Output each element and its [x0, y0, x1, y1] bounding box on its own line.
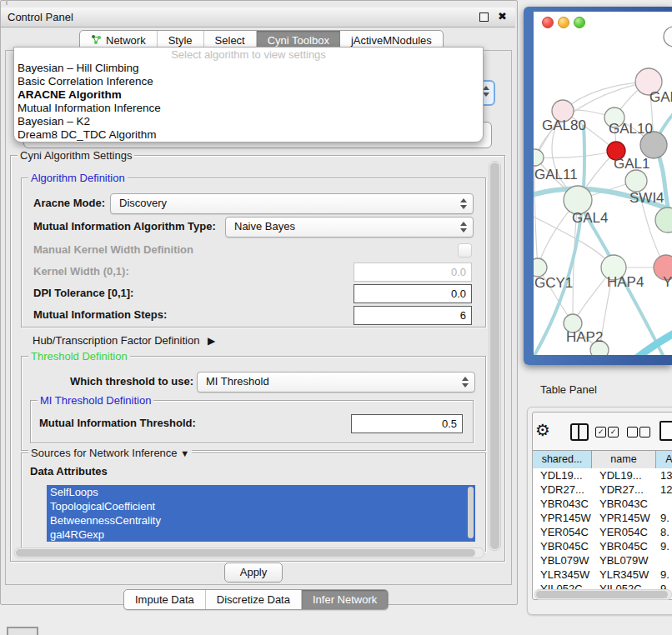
tab-label: Select — [215, 34, 245, 47]
algorithm-option[interactable]: Bayesian – Hill Climbing — [14, 62, 483, 75]
table-row[interactable]: YDR27...YDR27...12 — [533, 482, 672, 497]
which-threshold-combobox[interactable]: MI Threshold — [197, 372, 475, 392]
table-horizontal-scrollbar[interactable] — [534, 589, 672, 600]
cyni-algorithm-settings-group: Cyni Algorithm Settings Algorithm Defini… — [10, 155, 505, 562]
table-row[interactable]: YBR043CYBR043C — [533, 497, 672, 511]
control-panel-titlebar[interactable]: Control Panel ✖ — [1, 8, 515, 28]
show-columns-icon[interactable] — [570, 423, 589, 441]
tab-discretize-data[interactable]: Discretize Data — [206, 590, 302, 609]
data-attributes-list[interactable]: SelfLoopsTopologicalCoefficientBetweenne… — [47, 485, 475, 542]
network-node[interactable] — [655, 208, 672, 232]
network-view-canvas[interactable]: GALGAL80GAL10GAL1GAL11SWI4GAL4GCY1HAP4YH… — [534, 12, 672, 355]
deselect-all-checkbox-icon[interactable] — [627, 427, 638, 438]
table-body: YDL19...YDL19...13YDR27...YDR27...12YBR0… — [533, 468, 672, 589]
data-attributes-label: Data Attributes — [30, 462, 108, 481]
zoom-traffic-light[interactable] — [574, 17, 585, 28]
gear-icon[interactable]: ⚙ — [535, 420, 550, 440]
select-all-checkbox-icon[interactable]: ✓ — [595, 427, 606, 438]
network-node[interactable] — [625, 170, 647, 192]
minimized-window-icon[interactable] — [7, 627, 38, 635]
close-traffic-light[interactable] — [542, 17, 554, 28]
column-header[interactable]: A — [656, 451, 672, 469]
float-window-icon[interactable] — [479, 12, 489, 22]
algorithm-definition-title: Algorithm Definition — [28, 172, 128, 184]
table-cell: YDL19... — [592, 468, 656, 482]
manual-kernel-label: Manual Kernel Width Definition — [33, 240, 193, 259]
which-threshold-value: MI Threshold — [206, 375, 269, 388]
node-label: GAL4 — [572, 210, 608, 226]
minimize-traffic-light[interactable] — [558, 17, 569, 28]
table-row[interactable]: YLR345WYLR345W9. — [533, 568, 672, 582]
column-header[interactable]: shared... — [533, 451, 592, 469]
table-cell — [656, 497, 672, 511]
table-cell: YBR045C — [533, 539, 592, 553]
panel-title: Control Panel — [8, 11, 73, 23]
scrollbar-thumb[interactable] — [490, 162, 499, 549]
settings-group-title: Cyni Algorithm Settings — [18, 149, 134, 162]
table-cell: YIL052C — [533, 582, 592, 589]
table-row[interactable]: YDL19...YDL19...13 — [533, 468, 672, 482]
table-cell: YPR145W — [592, 511, 656, 525]
aracne-mode-value: Discovery — [119, 197, 167, 209]
aracne-mode-combobox[interactable]: Discovery — [110, 193, 474, 214]
mi-threshold-field[interactable]: 0.5 — [351, 414, 463, 433]
settings-horizontal-scrollbar[interactable] — [14, 548, 484, 558]
deselect-all-checkbox-icon[interactable] — [639, 427, 650, 438]
tab-infer-network[interactable]: Infer Network — [302, 590, 388, 609]
dpi-tolerance-field[interactable]: 0.0 — [354, 284, 472, 303]
apply-button[interactable]: Apply — [224, 562, 283, 582]
select-all-checkbox-icon[interactable]: ✓ — [608, 427, 619, 438]
table-row[interactable]: YPR145WYPR145W9. — [533, 511, 672, 525]
scrollbar-thumb[interactable] — [16, 549, 475, 557]
mi-algorithm-type-combobox[interactable]: Naive Bayes — [225, 217, 474, 238]
network-icon — [91, 34, 102, 48]
tab-impute-data[interactable]: Impute Data — [124, 590, 206, 609]
mi-type-value: Naive Bayes — [234, 220, 295, 232]
attribute-item-selected[interactable]: BetweennessCentrality — [47, 513, 475, 528]
table-row[interactable]: YIL052CYIL052C9 — [533, 582, 672, 589]
collapse-arrow-icon[interactable]: ▼ — [180, 448, 189, 458]
attribute-item-selected[interactable]: gal4RGexp — [47, 528, 475, 542]
bottom-tabs: Impute Data Discretize Data Infer Networ… — [123, 589, 389, 610]
table-cell: YBR043C — [533, 497, 592, 511]
network-graph[interactable]: GALGAL80GAL10GAL1GAL11SWI4GAL4GCY1HAP4YH… — [534, 12, 672, 355]
algorithm-option[interactable]: Basic Correlation Inference — [14, 75, 483, 88]
table-cell: YLR345W — [592, 568, 656, 582]
column-header[interactable]: name — [592, 451, 656, 469]
mi-type-label: Mutual Information Algorithm Type: — [33, 217, 216, 236]
manual-kernel-checkbox[interactable] — [458, 243, 472, 258]
table-row[interactable]: YER054CYER054C8. — [533, 525, 672, 539]
network-node[interactable] — [664, 27, 672, 47]
table-cell: 9 — [656, 582, 672, 589]
algorithm-option[interactable]: ARACNE Algorithm — [14, 88, 483, 102]
network-node[interactable] — [534, 149, 544, 166]
network-labels-layer: GALGAL80GAL10GAL1GAL11SWI4GAL4GCY1HAP4YH… — [534, 89, 672, 345]
attribute-item-selected[interactable]: SelfLoops — [47, 485, 475, 499]
table-row[interactable]: YBR045CYBR045C9. — [533, 539, 672, 553]
scrollbar-thumb[interactable] — [536, 591, 668, 598]
mi-steps-field[interactable]: 6 — [354, 306, 472, 325]
kernel-width-field[interactable]: 0.0 — [354, 262, 472, 282]
hub-section-toggle[interactable]: Hub/Transcription Factor Definition ▶ — [33, 331, 215, 351]
node-label: HAP2 — [566, 329, 603, 345]
table-row[interactable]: YBL079WYBL079W — [533, 553, 672, 568]
settings-vertical-scrollbar[interactable] — [489, 161, 501, 551]
table-cell: 9. — [656, 568, 672, 582]
attribute-item-selected[interactable]: TopologicalCoefficient — [47, 499, 475, 513]
table-cell — [656, 553, 672, 568]
tab-label: Discretize Data — [217, 593, 290, 606]
tab-label: jActiveMNodules — [351, 34, 432, 47]
algorithm-option[interactable]: Mutual Information Inference — [14, 102, 483, 115]
algorithm-option[interactable]: Bayesian – K2 — [14, 115, 483, 128]
list-scrollbar-thumb[interactable] — [468, 487, 474, 538]
table-cell: YLR345W — [533, 568, 592, 582]
network-node[interactable] — [534, 258, 547, 277]
threshold-definition-group: Threshold Definition Which threshold to … — [21, 356, 486, 451]
function-builder-icon[interactable] — [659, 421, 672, 441]
node-label: Y — [663, 274, 672, 290]
table-header: shared...nameA — [533, 450, 672, 470]
node-label: GAL1 — [614, 156, 649, 172]
algorithm-option[interactable]: Dream8 DC_TDC Algorithm — [14, 128, 483, 142]
expand-arrow-icon[interactable]: ▶ — [208, 335, 215, 347]
close-icon[interactable]: ✖ — [498, 10, 507, 22]
